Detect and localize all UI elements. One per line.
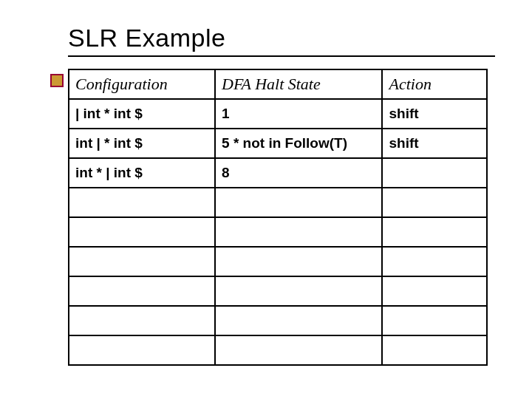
table-row xyxy=(69,276,487,306)
cell-configuration xyxy=(69,217,215,247)
title-row: SLR Example xyxy=(68,24,495,57)
table-row xyxy=(69,306,487,335)
table-row xyxy=(69,217,487,247)
table-row xyxy=(69,247,487,276)
table-row: int * | int $ 8 xyxy=(69,158,487,188)
parse-table: Configuration DFA Halt State Action | in… xyxy=(68,69,488,366)
cell-configuration xyxy=(69,276,215,306)
cell-configuration xyxy=(69,335,215,365)
slide: SLR Example Configuration DFA Halt State… xyxy=(0,0,532,399)
cell-dfa-halt-state xyxy=(215,217,382,247)
cell-action xyxy=(382,335,487,365)
cell-configuration: | int * int $ xyxy=(69,99,215,129)
cell-configuration: int * | int $ xyxy=(69,158,215,188)
table-row xyxy=(69,335,487,365)
cell-dfa-halt-state: 5 * not in Follow(T) xyxy=(215,129,382,158)
cell-dfa-halt-state xyxy=(215,247,382,276)
cell-dfa-halt-state xyxy=(215,306,382,335)
cell-configuration xyxy=(69,247,215,276)
cell-action xyxy=(382,158,487,188)
cell-configuration xyxy=(69,188,215,217)
cell-configuration: int | * int $ xyxy=(69,129,215,158)
cell-configuration xyxy=(69,306,215,335)
table-row xyxy=(69,188,487,217)
bullet-square-icon xyxy=(50,74,64,87)
cell-action xyxy=(382,247,487,276)
table-row: | int * int $ 1 shift xyxy=(69,99,487,129)
cell-action: shift xyxy=(382,129,487,158)
cell-dfa-halt-state: 8 xyxy=(215,158,382,188)
cell-dfa-halt-state: 1 xyxy=(215,99,382,129)
col-header-configuration: Configuration xyxy=(69,69,215,99)
cell-action: shift xyxy=(382,99,487,129)
cell-action xyxy=(382,306,487,335)
cell-action xyxy=(382,276,487,306)
cell-action xyxy=(382,217,487,247)
col-header-action: Action xyxy=(382,69,487,99)
slide-title: SLR Example xyxy=(68,24,225,52)
cell-action xyxy=(382,188,487,217)
cell-dfa-halt-state xyxy=(215,276,382,306)
col-header-dfa-halt-state: DFA Halt State xyxy=(215,69,382,99)
parse-table-wrap: Configuration DFA Halt State Action | in… xyxy=(68,69,488,366)
table-row: int | * int $ 5 * not in Follow(T) shift xyxy=(69,129,487,158)
table-header-row: Configuration DFA Halt State Action xyxy=(69,69,487,99)
cell-dfa-halt-state xyxy=(215,335,382,365)
cell-dfa-halt-state xyxy=(215,188,382,217)
